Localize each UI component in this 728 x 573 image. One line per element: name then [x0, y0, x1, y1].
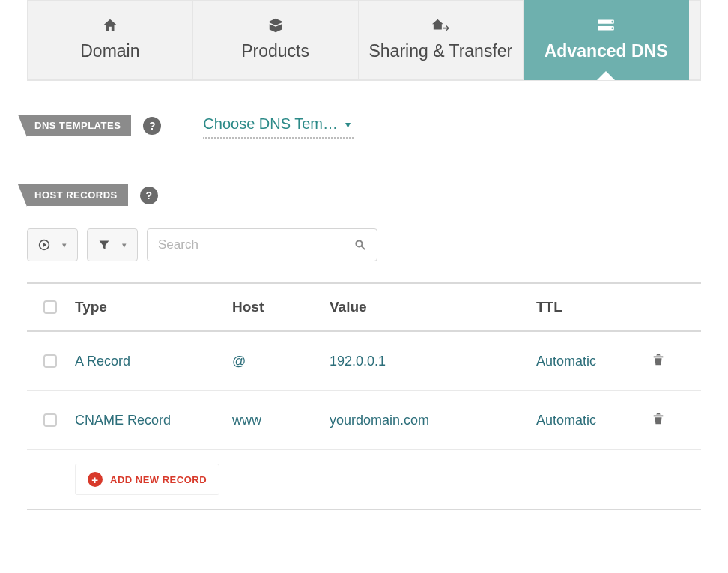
select-all-checkbox[interactable]	[43, 300, 57, 314]
records-table: Type Host Value TTL A Record @ 192.0.0.1…	[27, 282, 701, 510]
svg-point-3	[611, 27, 613, 29]
col-ttl: TTL	[536, 299, 634, 315]
table-row: A Record @ 192.0.0.1 Automatic	[27, 332, 701, 391]
search-input[interactable]	[158, 237, 347, 252]
tab-label: Sharing & Transfer	[368, 41, 512, 61]
add-row: + ADD NEW RECORD	[27, 450, 701, 510]
choose-dns-template-dropdown[interactable]: Choose DNS Tem… ▾	[203, 112, 354, 139]
tab-domain[interactable]: Domain	[27, 0, 193, 80]
dns-templates-section: DNS TEMPLATES ? Choose DNS Tem… ▾	[27, 112, 701, 139]
home-icon	[102, 17, 118, 34]
caret-down-icon: ▾	[345, 118, 351, 130]
play-circle-icon	[38, 239, 50, 251]
table-header: Type Host Value TTL	[27, 282, 701, 332]
house-arrow-icon	[431, 17, 450, 34]
tab-sharing[interactable]: Sharing & Transfer	[359, 0, 524, 80]
actions-bar: ▾ ▾	[27, 228, 701, 261]
table-row: CNAME Record www yourdomain.com Automati…	[27, 391, 701, 450]
caret-down-icon: ▾	[62, 240, 67, 250]
col-type: Type	[75, 299, 232, 315]
host-records-label: HOST RECORDS	[27, 184, 128, 206]
cell-ttl[interactable]: Automatic	[536, 354, 634, 369]
add-new-record-label: ADD NEW RECORD	[110, 474, 207, 485]
col-value: Value	[330, 299, 536, 315]
host-records-section: HOST RECORDS ?	[27, 184, 701, 206]
tab-overflow	[689, 0, 701, 80]
server-icon	[596, 17, 616, 34]
help-icon[interactable]: ?	[143, 117, 161, 135]
search-box[interactable]	[147, 228, 377, 261]
dns-templates-label: DNS TEMPLATES	[27, 115, 131, 136]
search-icon	[354, 239, 366, 251]
col-host: Host	[232, 299, 330, 315]
bulk-action-button[interactable]: ▾	[27, 228, 78, 261]
cell-value[interactable]: yourdomain.com	[330, 413, 536, 428]
cell-ttl[interactable]: Automatic	[536, 413, 634, 428]
divider	[27, 163, 701, 163]
choose-dns-template-text: Choose DNS Tem…	[203, 115, 338, 133]
svg-point-2	[611, 21, 613, 23]
caret-down-icon: ▾	[122, 240, 127, 250]
trash-icon	[652, 353, 665, 366]
delete-row-button[interactable]	[652, 353, 665, 369]
cell-type[interactable]: A Record	[75, 354, 232, 369]
trash-icon	[652, 412, 665, 425]
add-new-record-button[interactable]: + ADD NEW RECORD	[75, 464, 219, 495]
tab-label: Advanced DNS	[545, 41, 668, 61]
tab-label: Products	[241, 41, 309, 61]
box-icon	[267, 17, 284, 34]
plus-icon: +	[88, 472, 103, 487]
filter-icon	[98, 239, 110, 251]
row-checkbox[interactable]	[43, 354, 57, 368]
filter-button[interactable]: ▾	[87, 228, 138, 261]
tab-label: Domain	[80, 41, 139, 61]
tab-bar: Domain Products Sharing & Transfer Advan…	[27, 0, 701, 81]
help-icon[interactable]: ?	[140, 187, 158, 204]
tab-products[interactable]: Products	[193, 0, 359, 80]
cell-type[interactable]: CNAME Record	[75, 413, 232, 428]
cell-value[interactable]: 192.0.0.1	[330, 354, 536, 369]
tab-advanced-dns[interactable]: Advanced DNS	[524, 0, 689, 80]
cell-host[interactable]: www	[232, 413, 330, 428]
delete-row-button[interactable]	[652, 412, 665, 428]
row-checkbox[interactable]	[43, 413, 57, 427]
cell-host[interactable]: @	[232, 354, 330, 369]
